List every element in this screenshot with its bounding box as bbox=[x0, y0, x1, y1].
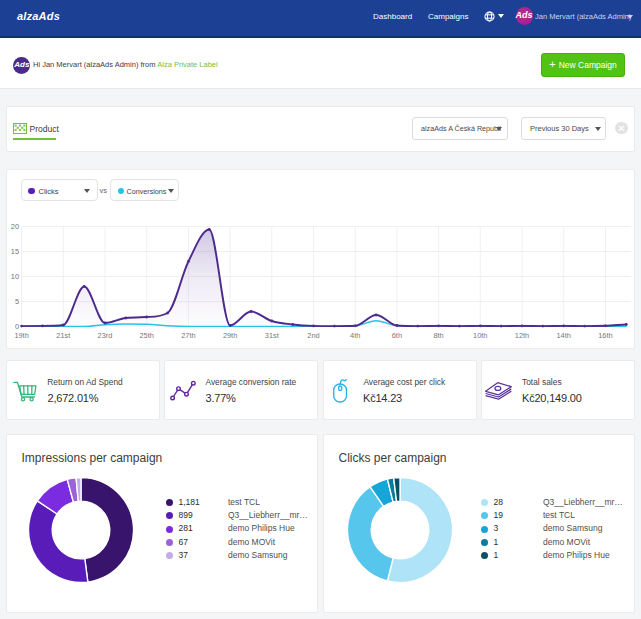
svg-text:25th: 25th bbox=[140, 331, 154, 340]
svg-text:20: 20 bbox=[11, 222, 19, 231]
svg-text:8th: 8th bbox=[433, 331, 443, 340]
svg-text:21st: 21st bbox=[56, 331, 70, 340]
svg-text:19th: 19th bbox=[14, 331, 28, 340]
svg-text:10th: 10th bbox=[473, 331, 487, 340]
svg-text:6th: 6th bbox=[392, 331, 402, 340]
svg-text:27th: 27th bbox=[181, 331, 195, 340]
svg-text:23rd: 23rd bbox=[98, 331, 113, 340]
svg-text:15: 15 bbox=[11, 247, 19, 256]
svg-text:12th: 12th bbox=[515, 331, 529, 340]
svg-text:10: 10 bbox=[11, 272, 19, 281]
svg-text:31st: 31st bbox=[265, 331, 279, 340]
svg-text:5: 5 bbox=[15, 297, 19, 306]
svg-text:2nd: 2nd bbox=[307, 331, 319, 340]
svg-text:16th: 16th bbox=[598, 331, 612, 340]
svg-text:29th: 29th bbox=[223, 331, 237, 340]
svg-text:14th: 14th bbox=[557, 331, 571, 340]
svg-text:4th: 4th bbox=[350, 331, 360, 340]
